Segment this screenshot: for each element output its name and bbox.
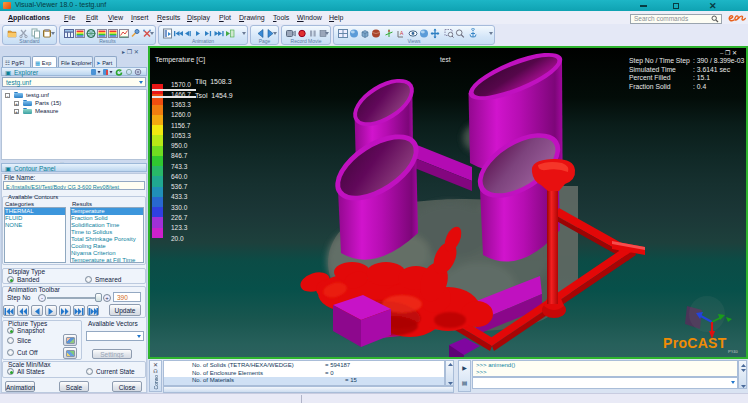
svg-text:A: A	[400, 29, 404, 35]
